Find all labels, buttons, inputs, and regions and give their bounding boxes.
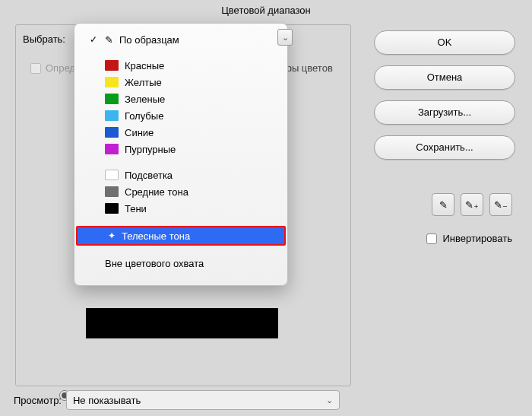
dropdown-item-label: Синие [125, 127, 154, 138]
dropdown-item[interactable]: Голубые [74, 107, 287, 124]
face-detect-checkbox [30, 63, 41, 74]
eyedropper-icon: ✎ [439, 199, 448, 211]
color-swatch-icon [105, 60, 119, 71]
eyedropper-tools: ✎ ✎₊ ✎₋ [432, 193, 512, 216]
select-label: Выбрать: [23, 33, 65, 45]
color-swatch-icon [105, 127, 119, 138]
preview-thumbnail [86, 308, 278, 338]
ok-button[interactable]: OK [374, 30, 515, 55]
select-dropdown-menu: ✓✎По образцамКрасныеЖелтыеЗеленыеГолубые… [74, 23, 288, 286]
person-icon: ✦ [108, 230, 116, 241]
right-button-column: OK Отмена Загрузить... Сохранить... [374, 30, 515, 160]
preview-select[interactable]: Не показывать ⌄ [66, 390, 340, 410]
dropdown-item[interactable]: Пурпурные [74, 141, 287, 157]
dropdown-item[interactable]: Зеленые [74, 91, 287, 107]
invert-label: Инвертировать [442, 233, 512, 244]
select-dropdown-trigger[interactable]: ⌄ [277, 29, 293, 46]
chevron-down-icon: ⌄ [282, 33, 289, 43]
color-swatch-icon [105, 170, 119, 180]
check-icon: ✓ [88, 34, 99, 45]
eyedropper-subtract-button[interactable]: ✎₋ [489, 193, 512, 216]
invert-option[interactable]: Инвертировать [426, 233, 512, 244]
color-swatch-icon [105, 110, 119, 121]
dropdown-item[interactable]: ✓✎По образцам [74, 31, 287, 48]
dropdown-item[interactable]: Средние тона [74, 183, 287, 200]
dropdown-item[interactable]: Синие [74, 124, 287, 141]
select-dropdown-wrap: ⌄ ✓✎По образцамКрасныеЖелтыеЗеленыеГолуб… [74, 23, 288, 286]
dropdown-item-label: Телесные тона [122, 230, 190, 242]
dropdown-item[interactable]: Подсветка [74, 167, 287, 183]
dropdown-item-label: Зеленые [125, 94, 165, 105]
eyedropper-plus-icon: ✎₊ [465, 199, 479, 211]
dropdown-item[interactable]: Вне цветового охвата [74, 255, 287, 272]
dropdown-item[interactable]: Тени [74, 200, 287, 217]
dropdown-item[interactable]: Желтые [74, 74, 287, 91]
dropdown-item-label: Вне цветового охвата [105, 258, 204, 269]
eyedropper-minus-icon: ✎₋ [494, 199, 508, 211]
dropdown-item-label: По образцам [119, 34, 179, 46]
invert-checkbox[interactable] [426, 233, 437, 244]
eyedropper-button[interactable]: ✎ [432, 193, 454, 216]
dialog-title: Цветовой диапазон [0, 0, 532, 21]
preview-label: Просмотр: [14, 395, 62, 406]
eyedropper-add-button[interactable]: ✎₊ [461, 193, 483, 216]
load-button[interactable]: Загрузить... [374, 100, 515, 125]
color-swatch-icon [105, 77, 119, 87]
dropdown-item-label: Голубые [125, 110, 163, 122]
dropdown-item-label: Желтые [125, 77, 162, 88]
dropdown-item-label: Тени [125, 203, 147, 214]
preview-select-value: Не показывать [73, 395, 141, 406]
color-swatch-icon [105, 94, 119, 104]
cancel-button[interactable]: Отмена [374, 65, 515, 90]
preview-row: Просмотр: Не показывать ⌄ [14, 390, 340, 410]
dropdown-item-label: Пурпурные [125, 144, 176, 155]
eyedropper-icon: ✎ [105, 34, 113, 46]
dropdown-item[interactable]: ✦Телесные тона [78, 227, 284, 244]
dropdown-item[interactable]: Красные [74, 57, 287, 74]
color-swatch-icon [105, 144, 119, 154]
dropdown-item-label: Подсветка [125, 170, 173, 181]
color-swatch-icon [105, 186, 119, 197]
save-button[interactable]: Сохранить... [374, 135, 515, 160]
chevron-down-icon: ⌄ [326, 395, 333, 405]
color-swatch-icon [105, 203, 119, 214]
dropdown-item-label: Красные [125, 60, 164, 71]
dropdown-item-label: Средние тона [125, 186, 188, 198]
